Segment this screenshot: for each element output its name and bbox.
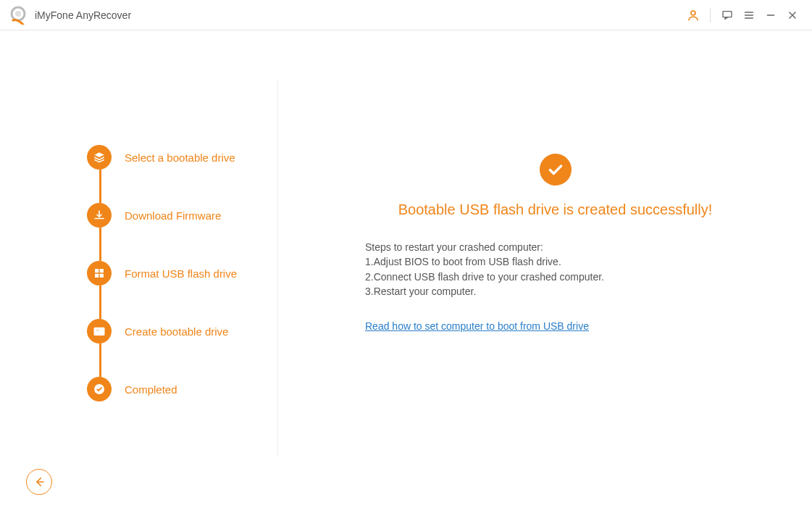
svg-rect-15 (96, 330, 100, 331)
step-label: Create bootable drive (125, 325, 228, 338)
format-icon (87, 261, 112, 286)
step-label: Download Firmware (125, 209, 221, 222)
step-connector (99, 170, 101, 203)
success-check-icon (540, 154, 572, 186)
main-panel: Bootable USB flash drive is created succ… (278, 81, 789, 455)
step-label: Format USB flash drive (125, 267, 237, 280)
step-label: Select a bootable drive (125, 151, 235, 164)
step-connector (99, 228, 101, 261)
steps-heading: Steps to restart your crashed computer: (365, 240, 745, 254)
feedback-icon[interactable] (716, 4, 738, 26)
step-select-drive: Select a bootable drive (87, 145, 256, 170)
step-format-usb: Format USB flash drive (87, 261, 256, 286)
step-connector (99, 343, 101, 377)
svg-point-2 (691, 11, 695, 15)
minimize-icon[interactable] (760, 4, 782, 26)
svg-point-1 (15, 11, 21, 17)
step-2-text: 2.Connect USB flash drive to your crashe… (365, 270, 745, 284)
restart-steps: Steps to restart your crashed computer: … (365, 240, 745, 299)
svg-rect-10 (95, 269, 99, 272)
svg-rect-13 (100, 274, 104, 278)
app-title: iMyFone AnyRecover (35, 9, 131, 21)
step-download-firmware: Download Firmware (87, 203, 256, 228)
user-icon[interactable] (682, 4, 704, 26)
title-bar: iMyFone AnyRecover (0, 0, 812, 30)
step-connector (99, 286, 101, 319)
help-link[interactable]: Read how to set computer to boot from US… (365, 320, 589, 332)
step-1-text: 1.Adjust BIOS to boot from USB flash dri… (365, 254, 745, 269)
svg-rect-12 (95, 274, 99, 278)
app-logo (9, 6, 28, 25)
success-title: Bootable USB flash drive is created succ… (365, 201, 745, 218)
step-label: Completed (125, 383, 177, 396)
svg-rect-3 (723, 11, 732, 17)
main-card: Select a bootable drive Download Firmwar… (23, 81, 789, 455)
svg-rect-11 (100, 269, 104, 272)
back-button[interactable] (26, 469, 52, 495)
content-area: Select a bootable drive Download Firmwar… (0, 30, 812, 508)
steps-sidebar: Select a bootable drive Download Firmwar… (23, 81, 278, 455)
step-create-bootable: Create bootable drive (87, 319, 256, 343)
close-icon[interactable] (782, 4, 803, 26)
layers-icon (87, 145, 112, 170)
check-circle-icon (87, 377, 112, 401)
download-icon (87, 203, 112, 228)
card-icon (87, 319, 112, 343)
step-completed: Completed (87, 377, 256, 401)
menu-icon[interactable] (738, 4, 760, 26)
step-3-text: 3.Restart your computer. (365, 284, 745, 299)
separator (710, 8, 711, 22)
